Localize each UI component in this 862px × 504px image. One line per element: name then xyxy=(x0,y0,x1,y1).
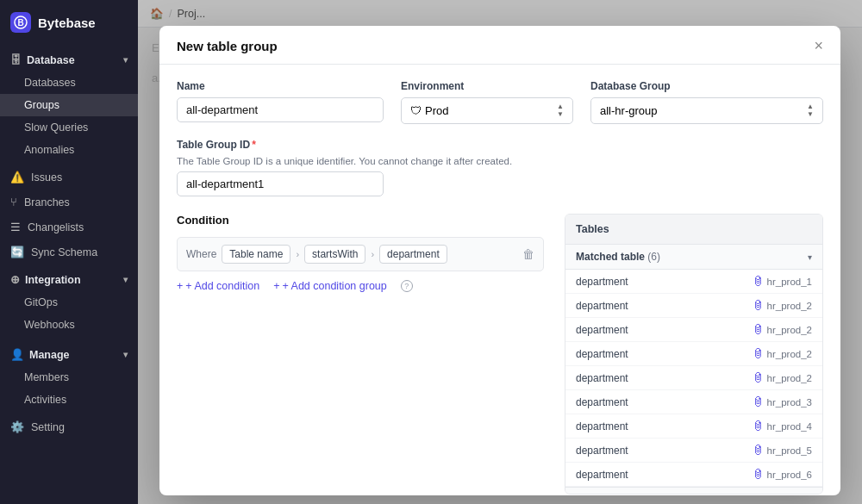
database-section-header[interactable]: 🗄 Database ▾ xyxy=(0,48,138,72)
svg-text:B: B xyxy=(17,18,23,28)
integration-chevron: ▾ xyxy=(123,275,128,284)
integration-label: Integration xyxy=(25,274,81,286)
db-icon-6: 🛢 xyxy=(753,395,764,408)
table-row: department 🛢hr_prod_6 xyxy=(565,463,822,487)
manage-chevron: ▾ xyxy=(123,350,128,359)
db-group-field-group: Database Group all-hr-group ▲ ▼ xyxy=(590,80,823,124)
required-marker: * xyxy=(252,139,256,151)
unmatched-section-header[interactable]: Unmatched table (30) ▾ xyxy=(565,487,822,494)
sidebar-item-gitops[interactable]: GitOps xyxy=(0,291,138,314)
table-group-id-hint: The Table Group ID is a unique identifie… xyxy=(177,156,823,166)
modal-overlay[interactable]: New table group × Name Environment 🛡 Pro xyxy=(138,0,862,504)
database-icon: 🗄 xyxy=(10,53,22,66)
sidebar-item-activities[interactable]: Activities xyxy=(0,389,138,411)
condition-arrow: › xyxy=(296,249,299,259)
modal-body: Name Environment 🛡 Prod ▲ ▼ xyxy=(159,65,840,495)
name-input[interactable] xyxy=(177,97,384,122)
integration-section: ⊕ Integration ▾ GitOps Webhooks xyxy=(0,264,138,339)
help-icon[interactable]: ? xyxy=(401,280,413,292)
sidebar-item-webhooks[interactable]: Webhooks xyxy=(0,314,138,336)
condition-field-chip[interactable]: Table name xyxy=(222,245,290,264)
setting-icon: ⚙️ xyxy=(10,420,24,433)
env-shield-icon: 🛡 xyxy=(410,104,422,117)
logo-icon: B xyxy=(10,12,31,33)
env-label: Environment xyxy=(401,80,573,92)
modal: New table group × Name Environment 🛡 Pro xyxy=(159,26,840,495)
add-condition-plus: + xyxy=(177,280,183,292)
matched-section-header[interactable]: Matched table (6) ▾ xyxy=(565,245,822,270)
integration-icon: ⊕ xyxy=(10,273,20,286)
integration-section-header[interactable]: ⊕ Integration ▾ xyxy=(0,268,138,291)
env-spinner[interactable]: ▲ ▼ xyxy=(557,103,564,118)
manage-icon: 👤 xyxy=(10,348,24,361)
sidebar-item-branches[interactable]: ⑂ Branches xyxy=(0,190,138,215)
matched-tables-list: department 🛢hr_prod_1 department 🛢hr_pro… xyxy=(565,270,822,494)
add-condition-group-link[interactable]: + + Add condition group xyxy=(273,280,387,292)
table-row: department 🛢hr_prod_1 xyxy=(565,270,822,294)
changelists-label: Changelists xyxy=(28,221,84,233)
manage-section-header[interactable]: 👤 Manage ▾ xyxy=(0,343,138,366)
table-group-id-section: Table Group ID* The Table Group ID is a … xyxy=(177,138,823,196)
db-group-label: Database Group xyxy=(590,80,823,92)
sidebar-item-slow-queries[interactable]: Slow Queries xyxy=(0,116,138,139)
db-icon-3: 🛢 xyxy=(753,323,764,336)
sidebar-item-anomalies[interactable]: Anomalies xyxy=(0,139,138,161)
setting-label: Setting xyxy=(31,421,65,433)
env-value: Prod xyxy=(425,104,557,117)
table-row: department 🛢hr_prod_2 xyxy=(565,342,822,366)
matched-chevron-icon: ▾ xyxy=(808,252,812,262)
slow-queries-label: Slow Queries xyxy=(24,121,88,134)
add-links-row: + + Add condition + + Add condition grou… xyxy=(177,280,544,292)
sidebar-item-members[interactable]: Members xyxy=(0,366,138,389)
manage-section: 👤 Manage ▾ Members Activities xyxy=(0,339,138,414)
table-row: department 🛢hr_prod_4 xyxy=(565,414,822,439)
groups-label: Groups xyxy=(24,99,59,111)
close-button[interactable]: × xyxy=(814,38,823,53)
sidebar-item-groups[interactable]: Groups xyxy=(0,94,138,116)
db-icon-4: 🛢 xyxy=(753,347,764,360)
db-group-spinner[interactable]: ▲ ▼ xyxy=(807,103,814,118)
db-icon-1: 🛢 xyxy=(753,275,764,288)
gitops-label: GitOps xyxy=(24,296,58,308)
sidebar-item-databases[interactable]: Databases xyxy=(0,72,138,94)
two-col-layout: Condition Where Table name › startsWith … xyxy=(177,214,823,495)
table-row: department 🛢hr_prod_5 xyxy=(565,439,822,463)
add-condition-group-label: + Add condition group xyxy=(282,280,386,292)
table-row: department 🛢hr_prod_3 xyxy=(565,390,822,414)
sidebar-item-setting[interactable]: ⚙️ Setting xyxy=(0,414,138,439)
sync-schema-label: Sync Schema xyxy=(31,246,97,258)
activities-label: Activities xyxy=(24,394,66,406)
table-row: department 🛢hr_prod_2 xyxy=(565,294,822,318)
condition-section: Condition Where Table name › startsWith … xyxy=(177,214,544,495)
webhooks-label: Webhooks xyxy=(24,319,75,331)
add-condition-link[interactable]: + + Add condition xyxy=(177,280,259,292)
table-row: department 🛢hr_prod_2 xyxy=(565,366,822,390)
db-icon-5: 🛢 xyxy=(753,371,764,384)
issues-label: Issues xyxy=(31,171,62,184)
condition-delete-button[interactable]: 🗑 xyxy=(522,247,534,261)
db-group-value: all-hr-group xyxy=(600,104,807,117)
condition-where-label: Where xyxy=(186,248,216,260)
sidebar-item-sync-schema[interactable]: 🔄 Sync Schema xyxy=(0,240,138,264)
sidebar-item-changelists[interactable]: ☰ Changelists xyxy=(0,215,138,240)
condition-title: Condition xyxy=(177,214,544,227)
modal-title: New table group xyxy=(177,39,278,53)
table-group-id-input[interactable] xyxy=(177,171,384,196)
form-row-1: Name Environment 🛡 Prod ▲ ▼ xyxy=(177,80,823,124)
sidebar-item-issues[interactable]: ⚠️ Issues xyxy=(0,165,138,190)
changelists-icon: ☰ xyxy=(10,221,21,233)
name-label: Name xyxy=(177,80,384,92)
sidebar: B Bytebase 🗄 Database ▾ Databases Groups… xyxy=(0,0,138,504)
table-group-id-label: Table Group ID* xyxy=(177,139,256,151)
logo-text: Bytebase xyxy=(38,16,96,30)
tables-header-title: Tables xyxy=(576,223,609,235)
database-chevron: ▾ xyxy=(123,55,128,65)
database-label: Database xyxy=(27,54,75,66)
issues-icon: ⚠️ xyxy=(10,171,24,184)
db-icon-8: 🛢 xyxy=(753,444,764,457)
condition-value-chip[interactable]: department xyxy=(379,245,447,264)
branches-label: Branches xyxy=(24,196,70,208)
db-icon-7: 🛢 xyxy=(753,420,764,432)
add-condition-label: + Add condition xyxy=(185,280,259,292)
condition-op-chip[interactable]: startsWith xyxy=(304,245,365,264)
